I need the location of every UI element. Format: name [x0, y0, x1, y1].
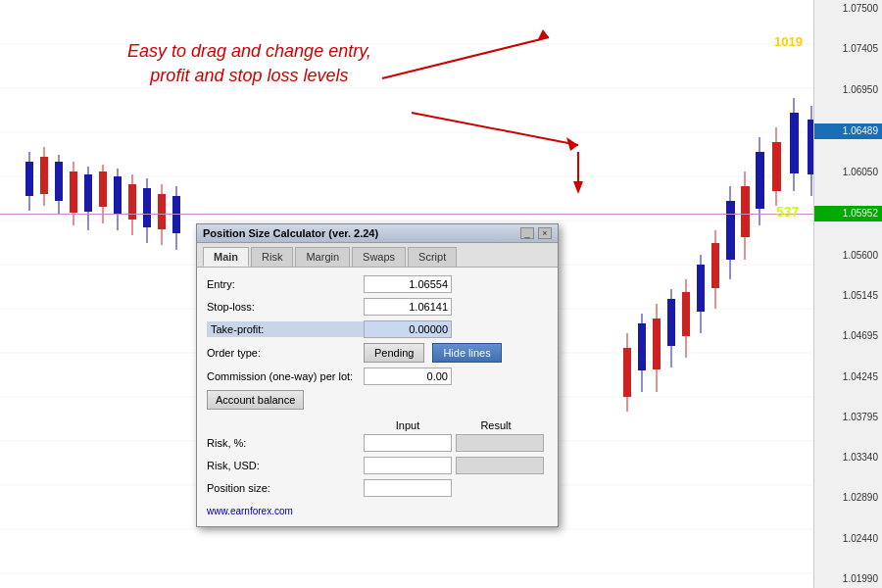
account-balance-button[interactable]: Account balance — [207, 390, 304, 410]
price-1.01990: 1.01990 — [814, 572, 882, 586]
svg-rect-28 — [128, 184, 136, 220]
svg-rect-52 — [741, 186, 750, 237]
stoploss-input[interactable] — [364, 298, 452, 316]
price-1.04245: 1.04245 — [814, 370, 882, 384]
price-1.07405: 1.07405 — [814, 42, 882, 56]
price-1.02440: 1.02440 — [814, 532, 882, 546]
price-panel: 1.07500 1.07405 1.06950 1.06489 1.06050 … — [813, 0, 882, 588]
svg-rect-42 — [667, 299, 675, 346]
svg-rect-14 — [25, 162, 33, 196]
svg-rect-40 — [653, 318, 661, 369]
pending-button[interactable]: Pending — [364, 343, 424, 363]
risk-usd-result — [456, 457, 544, 474]
price-1.03340: 1.03340 — [814, 451, 882, 465]
tab-swaps[interactable]: Swaps — [352, 247, 406, 267]
svg-rect-20 — [70, 172, 77, 213]
price-1.06950: 1.06950 — [814, 83, 882, 97]
svg-rect-36 — [623, 348, 631, 397]
svg-rect-54 — [756, 152, 764, 209]
result-col-header: Result — [452, 419, 540, 431]
svg-rect-50 — [726, 201, 735, 260]
dialog-body: Entry: Stop-loss: Take-profit: Order typ… — [197, 268, 558, 526]
tab-main[interactable]: Main — [203, 247, 249, 267]
svg-rect-22 — [84, 174, 92, 212]
ordertype-row: Order type: Pending Hide lines — [207, 343, 548, 363]
price-1.05952: 1.05952 — [814, 206, 882, 221]
tab-margin[interactable]: Margin — [295, 247, 350, 267]
price-1.07500: 1.07500 — [814, 2, 882, 16]
possize-row: Position size: — [207, 479, 548, 497]
calc-dialog: Position Size Calculator (ver. 2.24) _ ×… — [196, 223, 559, 527]
price-1.04695: 1.04695 — [814, 329, 882, 343]
risk-usd-label: Risk, USD: — [207, 460, 364, 471]
dialog-titlebar[interactable]: Position Size Calculator (ver. 2.24) _ × — [197, 224, 558, 243]
account-balance-row: Account balance — [207, 390, 548, 415]
stoploss-label: Stop-loss: — [207, 301, 364, 313]
svg-rect-18 — [55, 162, 63, 201]
dialog-controls: _ × — [520, 227, 552, 239]
risk-pct-label: Risk, %: — [207, 437, 364, 449]
svg-rect-56 — [772, 142, 781, 191]
commission-input[interactable] — [364, 368, 452, 385]
risk-pct-input[interactable] — [364, 434, 452, 452]
tab-risk[interactable]: Risk — [251, 247, 293, 267]
price-1.06489: 1.06489 — [814, 123, 882, 139]
entry-label: Entry: — [207, 278, 364, 290]
entry-row: Entry: — [207, 275, 548, 293]
risk-usd-input[interactable] — [364, 457, 452, 474]
possize-input[interactable] — [364, 479, 452, 497]
risk-pct-row: Risk, %: — [207, 434, 548, 452]
svg-rect-44 — [682, 292, 690, 336]
possize-label: Position size: — [207, 482, 364, 494]
risk-pct-result — [456, 434, 544, 452]
svg-rect-46 — [697, 265, 705, 312]
input-col-header: Input — [364, 419, 452, 431]
entry-input[interactable] — [364, 275, 452, 293]
ordertype-label: Order type: — [207, 347, 364, 359]
price-1.06050: 1.06050 — [814, 166, 882, 179]
minimize-button[interactable]: _ — [520, 227, 534, 239]
risk-usd-row: Risk, USD: — [207, 457, 548, 474]
svg-rect-48 — [711, 243, 719, 288]
close-button[interactable]: × — [538, 227, 552, 239]
commission-row: Commission (one-way) per lot: — [207, 368, 548, 385]
price-1.03795: 1.03795 — [814, 411, 882, 424]
svg-rect-34 — [172, 196, 180, 233]
takeprofit-input[interactable] — [364, 320, 452, 338]
price-1.05145: 1.05145 — [814, 289, 882, 303]
takeprofit-row: Take-profit: — [207, 320, 548, 338]
dialog-tabs: Main Risk Margin Swaps Script — [197, 243, 558, 268]
stoploss-row: Stop-loss: — [207, 298, 548, 316]
hidelines-button[interactable]: Hide lines — [432, 343, 501, 363]
svg-rect-30 — [143, 188, 151, 227]
tab-script[interactable]: Script — [408, 247, 457, 267]
price-1.05600: 1.05600 — [814, 249, 882, 263]
commission-label: Commission (one-way) per lot: — [207, 370, 364, 382]
dialog-title: Position Size Calculator (ver. 2.24) — [203, 227, 378, 239]
column-headers: Input Result — [207, 419, 548, 431]
svg-rect-38 — [638, 323, 646, 370]
svg-rect-16 — [40, 157, 48, 194]
earnforex-link[interactable]: www.earnforex.com — [207, 502, 548, 518]
price-1.02890: 1.02890 — [814, 491, 882, 505]
svg-rect-26 — [114, 176, 122, 214]
svg-rect-24 — [99, 172, 107, 207]
svg-rect-32 — [158, 194, 166, 229]
svg-rect-58 — [790, 113, 799, 173]
takeprofit-label: Take-profit: — [207, 321, 364, 337]
